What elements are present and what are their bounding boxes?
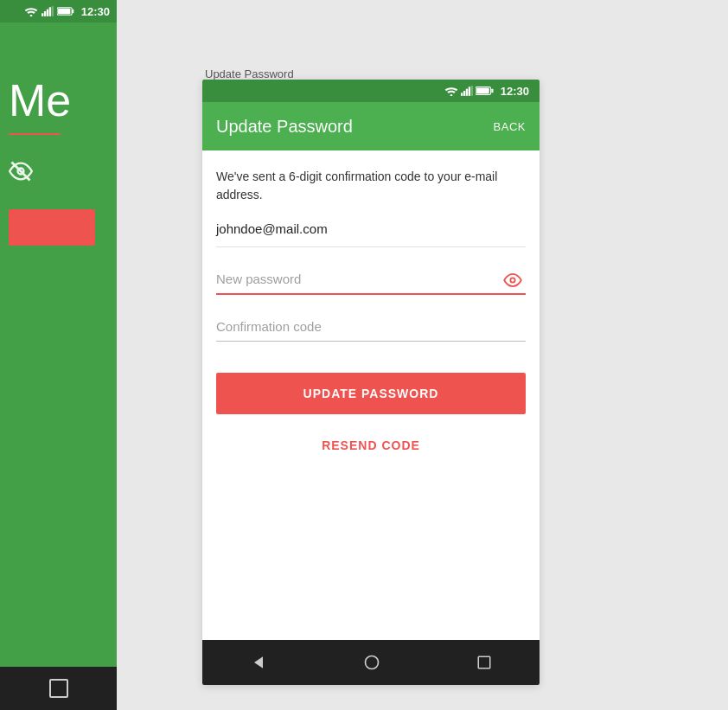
nav-bar	[202, 640, 540, 685]
svg-point-22	[365, 656, 378, 669]
status-time: 12:30	[501, 85, 529, 98]
update-password-button[interactable]: UPDATE PASSWORD	[216, 373, 526, 414]
svg-rect-16	[470, 86, 472, 96]
svg-rect-2	[44, 11, 46, 16]
nav-home-button[interactable]	[363, 654, 380, 671]
bg-me-text: Me	[0, 22, 117, 126]
bg-eye-icon	[9, 159, 33, 183]
wifi-icon	[444, 86, 458, 96]
svg-marker-21	[254, 656, 263, 668]
svg-point-20	[510, 278, 514, 283]
eye-icon	[503, 273, 522, 287]
bg-recents-nav	[49, 679, 68, 698]
svg-rect-15	[469, 86, 470, 96]
confirmation-code-input-wrapper	[216, 312, 526, 342]
svg-rect-4	[49, 7, 51, 16]
svg-rect-7	[58, 9, 70, 14]
app-bar: Update Password BACK	[202, 102, 540, 150]
phone-window-label: Update Password	[205, 67, 294, 80]
svg-rect-3	[47, 10, 48, 16]
bg-status-bar: 12:30	[0, 0, 117, 22]
svg-rect-18	[476, 88, 489, 94]
nav-back-button[interactable]	[250, 654, 267, 671]
svg-rect-8	[72, 10, 73, 13]
password-input-wrapper	[216, 265, 526, 295]
app-bar-title: Update Password	[216, 117, 353, 137]
battery-icon	[476, 86, 495, 96]
nav-home-icon	[363, 654, 380, 671]
signal-icon	[461, 86, 473, 96]
back-button[interactable]: BACK	[494, 120, 526, 133]
svg-rect-12	[461, 93, 463, 96]
svg-point-11	[450, 94, 452, 96]
description-text: We've sent a 6-digit confirmation code t…	[216, 168, 526, 204]
email-display: johndoe@mail.com	[216, 221, 526, 247]
bg-red-button	[9, 209, 95, 246]
bg-battery-icon	[57, 6, 74, 16]
status-bar: 12:30	[202, 80, 540, 102]
background-phone: 12:30 Me	[0, 0, 117, 710]
svg-point-0	[29, 15, 32, 16]
svg-rect-23	[478, 656, 490, 668]
nav-back-icon	[250, 654, 267, 671]
bg-nav-bar	[0, 667, 117, 710]
bg-divider	[9, 133, 61, 135]
new-password-input[interactable]	[216, 265, 526, 295]
main-phone: 12:30 Update Password BACK We've sent a …	[202, 80, 540, 685]
status-icons: 12:30	[444, 85, 529, 98]
nav-recents-icon	[476, 655, 492, 670]
resend-code-button[interactable]: RESEND CODE	[216, 432, 526, 459]
bg-signal-icon	[42, 6, 54, 16]
bg-wifi-icon	[24, 6, 38, 16]
content-area: We've sent a 6-digit confirmation code t…	[202, 150, 540, 640]
password-visibility-toggle[interactable]	[503, 272, 522, 288]
confirmation-code-input[interactable]	[216, 312, 526, 342]
svg-rect-5	[51, 6, 53, 16]
bg-time: 12:30	[81, 5, 110, 18]
svg-rect-13	[463, 91, 465, 96]
svg-rect-19	[491, 89, 493, 93]
svg-rect-1	[42, 13, 43, 16]
nav-recents-button[interactable]	[476, 655, 492, 670]
svg-rect-14	[466, 89, 468, 96]
